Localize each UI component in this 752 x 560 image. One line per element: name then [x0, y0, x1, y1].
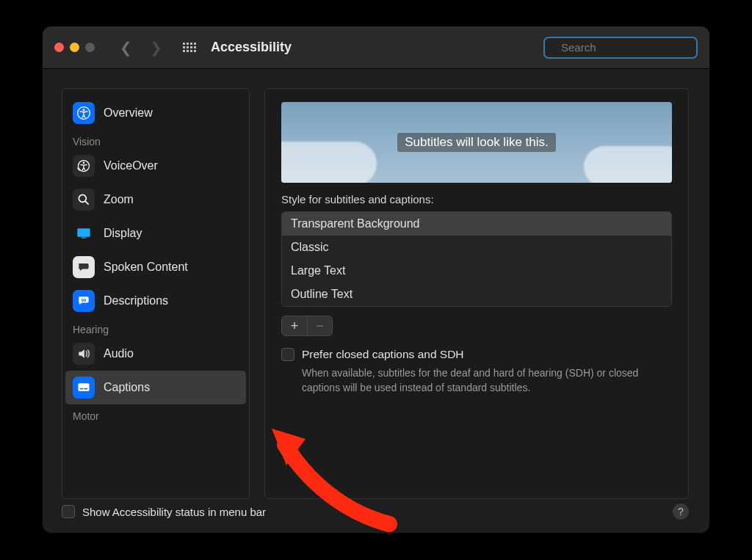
spoken-content-icon	[73, 256, 95, 278]
sidebar-item-captions[interactable]: Captions	[65, 371, 246, 404]
search-input[interactable]	[561, 41, 701, 54]
svg-point-5	[83, 162, 85, 164]
sidebar-item-audio[interactable]: Audio	[65, 337, 246, 371]
footer: Show Accessibility status in menu bar ?	[62, 503, 689, 520]
svg-point-3	[83, 109, 85, 111]
traffic-lights	[54, 43, 95, 52]
style-option-transparent[interactable]: Transparent Background	[282, 212, 671, 236]
style-label: Style for subtitles and captions:	[281, 193, 672, 206]
main-pane: Subtitles will look like this. Style for…	[264, 88, 689, 499]
voiceover-icon	[73, 155, 95, 177]
descriptions-icon: 99	[73, 290, 95, 312]
menubar-status-checkbox[interactable]	[62, 505, 75, 518]
window-title: Accessibility	[211, 40, 292, 55]
display-icon	[73, 222, 95, 244]
prefer-sdh-help: When available, subtitles for the deaf a…	[302, 366, 654, 396]
sidebar-item-label: Spoken Content	[104, 261, 188, 274]
style-option-classic[interactable]: Classic	[282, 236, 671, 259]
preview-subtitle-text: Subtitles will look like this.	[397, 133, 556, 152]
search-field-wrap[interactable]	[543, 37, 698, 59]
style-option-outline-text[interactable]: Outline Text	[282, 283, 671, 306]
add-style-button[interactable]: +	[282, 316, 307, 335]
sidebar-section-hearing: Hearing	[65, 318, 246, 337]
sidebar-section-motor: Motor	[65, 404, 246, 423]
sidebar-item-label: Overview	[104, 106, 153, 120]
sidebar-item-label: VoiceOver	[104, 159, 158, 172]
sidebar-item-zoom[interactable]: Zoom	[65, 183, 246, 217]
style-list: Transparent Background Classic Large Tex…	[281, 211, 672, 307]
svg-point-6	[79, 194, 86, 202]
content-area: Overview Vision VoiceOver Zoom	[43, 69, 709, 533]
add-remove-group: + −	[281, 316, 333, 336]
maximize-button[interactable]	[85, 43, 95, 52]
audio-icon	[73, 343, 95, 365]
sidebar-item-label: Display	[104, 227, 142, 240]
svg-rect-12	[80, 388, 83, 390]
titlebar: ❮ ❯ Accessibility	[43, 26, 709, 69]
sidebar-item-overview[interactable]: Overview	[65, 96, 246, 130]
sidebar-item-label: Audio	[104, 347, 134, 360]
sidebar-item-display[interactable]: Display	[65, 217, 246, 250]
prefer-sdh-checkbox[interactable]	[281, 348, 294, 361]
forward-button[interactable]: ❯	[150, 40, 162, 55]
captions-icon	[73, 377, 95, 399]
zoom-icon	[73, 189, 95, 211]
svg-line-7	[85, 201, 89, 205]
remove-style-button[interactable]: −	[307, 316, 332, 335]
accessibility-icon	[73, 102, 95, 124]
menubar-status-label: Show Accessibility status in menu bar	[82, 506, 266, 518]
sidebar-item-descriptions[interactable]: 99 Descriptions	[65, 284, 246, 318]
caption-preview: Subtitles will look like this.	[281, 102, 672, 183]
svg-rect-9	[82, 237, 87, 238]
svg-text:99: 99	[82, 298, 87, 302]
show-all-icon[interactable]	[183, 43, 196, 52]
svg-rect-8	[77, 228, 90, 236]
preferences-window: ❮ ❯ Accessibility Overview	[43, 26, 709, 533]
svg-rect-11	[79, 383, 90, 391]
sidebar-section-vision: Vision	[65, 130, 246, 149]
sidebar-item-label: Descriptions	[104, 294, 168, 308]
sidebar-item-label: Captions	[104, 381, 150, 394]
nav-arrows: ❮ ❯	[120, 40, 162, 55]
sidebar-item-spoken-content[interactable]: Spoken Content	[65, 250, 246, 284]
help-button[interactable]: ?	[673, 503, 689, 520]
style-option-large-text[interactable]: Large Text	[282, 259, 671, 283]
svg-rect-13	[84, 388, 87, 390]
close-button[interactable]	[54, 43, 64, 52]
back-button[interactable]: ❮	[120, 40, 132, 55]
sidebar-item-label: Zoom	[104, 193, 134, 206]
sidebar: Overview Vision VoiceOver Zoom	[62, 88, 250, 499]
minimize-button[interactable]	[70, 43, 79, 52]
sidebar-item-voiceover[interactable]: VoiceOver	[65, 149, 246, 183]
prefer-sdh-label: Prefer closed captions and SDH	[302, 348, 464, 361]
